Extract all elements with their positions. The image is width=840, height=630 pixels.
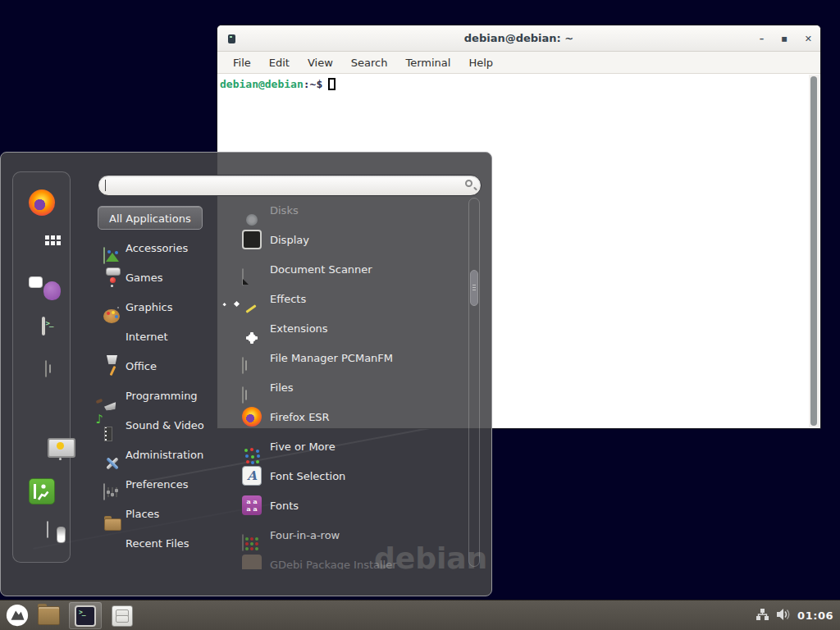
category-label: Recent Files — [126, 537, 189, 550]
menu-file[interactable]: File — [224, 57, 260, 69]
app-label: GDebi Package Installer — [270, 559, 397, 570]
terminal-icon[interactable] — [42, 317, 45, 336]
log-out-icon[interactable] — [29, 478, 55, 504]
category-list: All Applications Accessories Games Graph… — [98, 203, 217, 558]
app-five-or-more[interactable]: Five or More — [217, 431, 468, 461]
application-list: Disks Display Document Scanner Effects E… — [217, 195, 468, 569]
system-tray: 01:06 — [756, 600, 840, 630]
scanner-icon — [242, 268, 244, 285]
terminal-prompt: debian@debian:~$ — [220, 78, 336, 90]
window-title: debian@debian: ~ — [217, 25, 820, 51]
app-four-in-a-row[interactable]: Four-in-a-row — [217, 520, 468, 550]
accessories-icon — [103, 247, 105, 264]
prompt-path: :~$ — [304, 78, 322, 90]
display-icon — [242, 230, 262, 249]
board-game-icon — [242, 534, 244, 551]
category-label: Places — [126, 508, 159, 520]
minimize-button[interactable]: – — [760, 34, 765, 43]
app-label: Files — [270, 381, 294, 394]
menu-button[interactable] — [5, 603, 30, 630]
taskbar: 01:06 — [0, 600, 840, 630]
folder-icon[interactable] — [38, 606, 60, 625]
volume-icon[interactable] — [776, 608, 791, 624]
category-label: Office — [126, 360, 157, 372]
app-gdebi-package-installer[interactable]: GDebi Package Installer — [217, 550, 468, 569]
taskbar-clock[interactable]: 01:06 — [797, 609, 833, 622]
file-cabinet-icon[interactable] — [45, 360, 47, 377]
app-fonts[interactable]: Fonts — [217, 491, 468, 520]
menu-edit[interactable]: Edit — [260, 57, 299, 69]
app-document-scanner[interactable]: Document Scanner — [217, 254, 468, 284]
close-button[interactable]: ✕ — [805, 34, 812, 43]
taskbar-terminal-button-active[interactable] — [69, 602, 102, 629]
app-firefox-esr[interactable]: Firefox ESR — [217, 402, 468, 431]
text-caret — [105, 180, 106, 191]
category-label: Programming — [126, 390, 198, 402]
file-cabinet-icon — [242, 357, 244, 374]
category-all-applications[interactable]: All Applications — [98, 206, 203, 230]
app-label: Extensions — [270, 322, 328, 335]
desktop: debian debian@debian: ~ – ◼ ✕ File Edit … — [0, 0, 840, 630]
application-menu: All Applications Accessories Games Graph… — [0, 152, 492, 596]
menu-search[interactable]: Search — [342, 57, 397, 69]
menu-view[interactable]: View — [299, 57, 342, 69]
category-places[interactable]: Places — [98, 499, 217, 528]
category-office[interactable]: Office — [98, 351, 217, 381]
font-a-icon — [242, 466, 262, 486]
maximize-button[interactable]: ◼ — [781, 35, 787, 43]
network-icon[interactable] — [756, 608, 769, 624]
category-administration[interactable]: Administration — [98, 440, 217, 469]
category-label: Sound & Video — [126, 419, 204, 431]
category-graphics[interactable]: Graphics — [98, 292, 217, 322]
category-preferences[interactable]: Preferences — [98, 469, 217, 499]
fonts-icon — [242, 495, 262, 515]
app-files[interactable]: Files — [217, 372, 468, 402]
app-disks[interactable]: Disks — [217, 195, 468, 225]
app-effects[interactable]: Effects — [217, 284, 468, 313]
menu-terminal[interactable]: Terminal — [396, 57, 459, 69]
file-cabinet-icon — [242, 386, 244, 404]
app-label: Effects — [270, 293, 306, 305]
menu-scrollbar-thumb[interactable] — [470, 270, 478, 306]
category-label: Graphics — [126, 301, 172, 313]
category-label: Internet — [126, 331, 168, 343]
shutdown-icon[interactable] — [47, 521, 48, 538]
app-extensions[interactable]: Extensions — [217, 313, 468, 343]
app-label: Firefox ESR — [270, 411, 330, 423]
search-input[interactable] — [98, 175, 482, 196]
terminal-icon — [75, 605, 96, 627]
category-accessories[interactable]: Accessories — [98, 233, 217, 262]
terminal-menubar: File Edit View Search Terminal Help — [217, 52, 820, 74]
preferences-icon — [103, 483, 105, 500]
menu-help[interactable]: Help — [459, 57, 502, 69]
firefox-icon — [242, 407, 262, 427]
terminal-scrollbar-thumb[interactable] — [810, 76, 817, 426]
category-games[interactable]: Games — [98, 262, 217, 292]
category-label: All Applications — [109, 212, 191, 224]
app-label: Fonts — [270, 500, 299, 512]
app-label: Disks — [270, 204, 299, 217]
category-internet[interactable]: Internet — [98, 322, 217, 351]
category-recent-files[interactable]: Recent Files — [98, 528, 217, 558]
category-sound-video[interactable]: Sound & Video — [98, 410, 217, 440]
menu-scrollbar[interactable] — [468, 198, 480, 567]
terminal-titlebar[interactable]: debian@debian: ~ – ◼ ✕ — [217, 25, 820, 52]
app-label: Document Scanner — [270, 263, 372, 276]
package-icon — [242, 555, 262, 569]
category-label: Preferences — [126, 478, 188, 491]
app-label: Four-in-a-row — [270, 529, 340, 541]
terminal-cursor — [328, 78, 336, 90]
favorites-panel — [12, 171, 71, 563]
search-icon — [465, 180, 472, 187]
app-font-selection[interactable]: Font Selection — [217, 461, 468, 491]
terminal-scrollbar[interactable] — [809, 75, 819, 427]
app-label: Display — [270, 234, 309, 246]
category-label: Accessories — [126, 242, 188, 254]
file-cabinet-icon[interactable] — [112, 605, 133, 627]
category-programming[interactable]: Programming — [98, 381, 217, 410]
app-label: File Manager PCManFM — [270, 352, 393, 364]
app-file-manager-pcmanfm[interactable]: File Manager PCManFM — [217, 343, 468, 372]
search-box — [98, 175, 482, 196]
app-display[interactable]: Display — [217, 225, 468, 254]
firefox-icon[interactable] — [29, 189, 55, 216]
